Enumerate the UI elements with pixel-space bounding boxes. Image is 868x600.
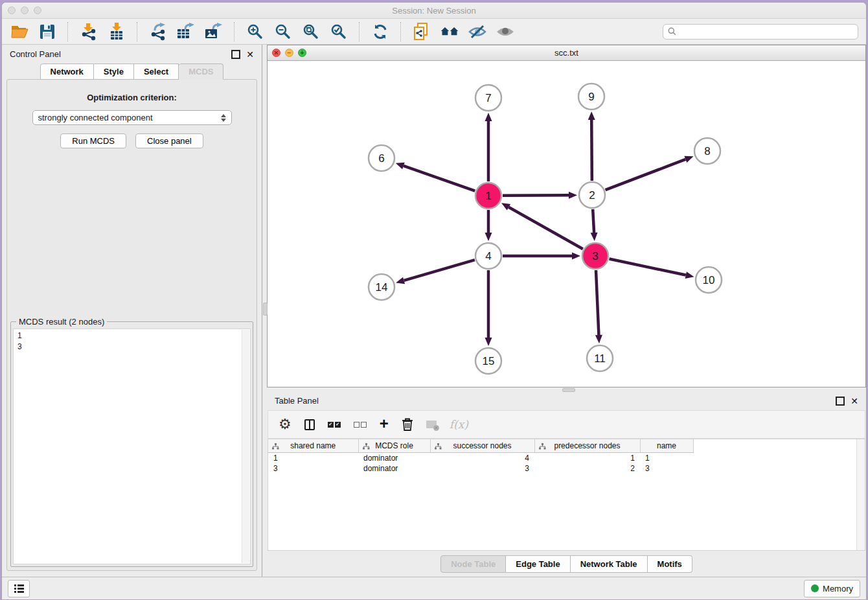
export-table-icon[interactable] — [176, 22, 196, 41]
close-panel-icon[interactable]: ✕ — [246, 51, 254, 58]
graph-edge-2-8[interactable] — [606, 159, 686, 190]
panel-splitter-vertical[interactable] — [262, 45, 267, 577]
unselect-all-columns-icon[interactable] — [354, 416, 367, 433]
open-session-icon[interactable] — [10, 22, 29, 41]
column-header-predecessor-nodes[interactable]: predecessor nodes — [534, 439, 640, 453]
duplicate-network-icon[interactable] — [412, 22, 431, 41]
graph-edge-3-1[interactable] — [508, 207, 582, 249]
table-row[interactable]: 1 dominator 4 1 1 — [268, 453, 693, 464]
status-bar: Memory — [2, 577, 866, 599]
select-stepper-icon — [221, 114, 226, 122]
tab-node-table[interactable]: Node Table — [440, 555, 506, 573]
refresh-layout-icon[interactable] — [371, 22, 390, 41]
table-settings-icon[interactable]: ⚙ — [279, 416, 291, 433]
tab-select[interactable]: Select — [134, 63, 179, 80]
zoom-out-icon[interactable] — [273, 22, 293, 41]
group-icon — [363, 443, 370, 452]
show-all-icon[interactable] — [496, 22, 515, 41]
network-window-title: scc.txt — [554, 48, 578, 58]
table-panel-title: Table Panel — [275, 396, 836, 406]
table-tabs: Node Table Edge Table Network Table Moti… — [267, 551, 866, 577]
save-session-icon[interactable] — [38, 22, 57, 41]
graph-edge-2-3[interactable] — [593, 209, 594, 233]
zoom-window-button[interactable] — [34, 6, 41, 14]
float-panel-icon[interactable] — [231, 50, 240, 59]
table-toolbar: ⚙ ✔✔ + f(x) — [268, 410, 865, 439]
zoom-selected-icon[interactable] — [329, 22, 348, 41]
graph-edge-arrowhead — [485, 113, 492, 121]
zoom-in-icon[interactable] — [246, 22, 265, 41]
add-column-icon[interactable]: + — [380, 415, 389, 432]
run-mcds-button[interactable]: Run MCDS — [60, 133, 126, 148]
tab-motifs[interactable]: Motifs — [648, 555, 692, 573]
memory-button[interactable]: Memory — [804, 580, 860, 597]
network-close-button[interactable]: ✕ — [272, 49, 280, 57]
select-all-columns-icon[interactable]: ✔✔ — [328, 416, 341, 433]
network-window-titlebar[interactable]: ✕ − + scc.txt — [268, 45, 865, 61]
graph-edge-3-10[interactable] — [610, 259, 686, 275]
graph-edge-2-9[interactable] — [591, 120, 592, 181]
close-panel-icon[interactable]: ✕ — [851, 398, 858, 404]
tab-mcds[interactable]: MCDS — [179, 63, 223, 80]
tab-style[interactable]: Style — [94, 63, 134, 80]
mcds-result-box: MCDS result (2 nodes) 1 3 — [10, 321, 253, 567]
close-panel-button[interactable]: Close panel — [135, 133, 203, 148]
column-header-mcds-role[interactable]: MCDS role — [358, 439, 430, 453]
tab-network-table[interactable]: Network Table — [571, 555, 648, 573]
graph-node-label: 11 — [594, 352, 606, 365]
graph-edge-arrowhead — [588, 111, 595, 120]
column-header-shared-name[interactable]: shared name — [268, 439, 358, 453]
search-input[interactable] — [680, 27, 853, 37]
result-line: 3 — [17, 341, 246, 352]
network-graph[interactable]: 7968124314101511 — [268, 61, 865, 387]
minimize-window-button[interactable] — [21, 6, 29, 14]
delete-column-icon[interactable] — [402, 416, 413, 433]
network-canvas[interactable]: 7968124314101511 — [268, 61, 865, 387]
close-window-button[interactable] — [8, 6, 16, 14]
zoom-fit-icon[interactable] — [301, 22, 321, 41]
splitter-grip[interactable] — [562, 388, 575, 392]
graph-edge-1-2[interactable] — [503, 195, 569, 196]
network-zoom-button[interactable]: + — [298, 49, 306, 57]
search-field[interactable] — [663, 24, 858, 40]
graph-edge-arrowhead — [572, 253, 580, 260]
result-scrollbar[interactable] — [242, 330, 249, 563]
column-header-name[interactable]: name — [640, 439, 693, 453]
tab-edge-table[interactable]: Edge Table — [506, 555, 570, 573]
graph-node-label: 4 — [485, 250, 491, 262]
task-history-button[interactable] — [8, 580, 30, 597]
import-table-icon[interactable] — [107, 22, 126, 41]
table-row[interactable]: 3 dominator 3 2 3 — [268, 463, 693, 474]
delete-table-icon — [426, 416, 437, 433]
memory-status-icon — [811, 584, 819, 592]
splitter-grip[interactable] — [263, 303, 268, 316]
window-traffic-lights[interactable] — [8, 6, 41, 14]
graph-node-label: 15 — [483, 355, 495, 367]
group-icon — [539, 443, 546, 452]
panel-splitter-horizontal[interactable] — [267, 387, 866, 391]
graph-edge-4-14[interactable] — [404, 260, 475, 281]
group-icon — [272, 443, 279, 452]
application-window: Session: New Session — [1, 2, 867, 599]
show-column-icon[interactable] — [304, 416, 315, 433]
node-table: shared name MCDS role successor nodes pr… — [268, 439, 865, 551]
export-image-icon[interactable] — [204, 22, 223, 41]
optimization-criterion-select[interactable]: strongly connected component — [32, 110, 232, 125]
hide-selected-icon[interactable] — [468, 22, 487, 41]
toolbar-separator — [234, 22, 235, 41]
export-network-icon[interactable] — [148, 22, 168, 41]
graph-edge-1-6[interactable] — [404, 166, 475, 191]
network-minimize-button[interactable]: − — [285, 49, 293, 57]
graph-edge-arrowhead — [485, 233, 492, 241]
tab-network[interactable]: Network — [40, 63, 94, 80]
graph-node-label: 3 — [592, 250, 598, 262]
mcds-result-text[interactable]: 1 3 — [13, 329, 251, 564]
table-panel: Table Panel ✕ ⚙ ✔✔ + f(x) — [267, 391, 866, 577]
graph-edge-3-11[interactable] — [596, 270, 599, 335]
table-scrollbar[interactable] — [856, 439, 865, 550]
column-header-successor-nodes[interactable]: successor nodes — [430, 439, 534, 453]
table-header-row[interactable]: shared name MCDS role successor nodes pr… — [268, 439, 693, 453]
first-neighbors-icon[interactable] — [440, 22, 459, 41]
float-panel-icon[interactable] — [836, 397, 845, 406]
import-network-icon[interactable] — [79, 22, 98, 41]
